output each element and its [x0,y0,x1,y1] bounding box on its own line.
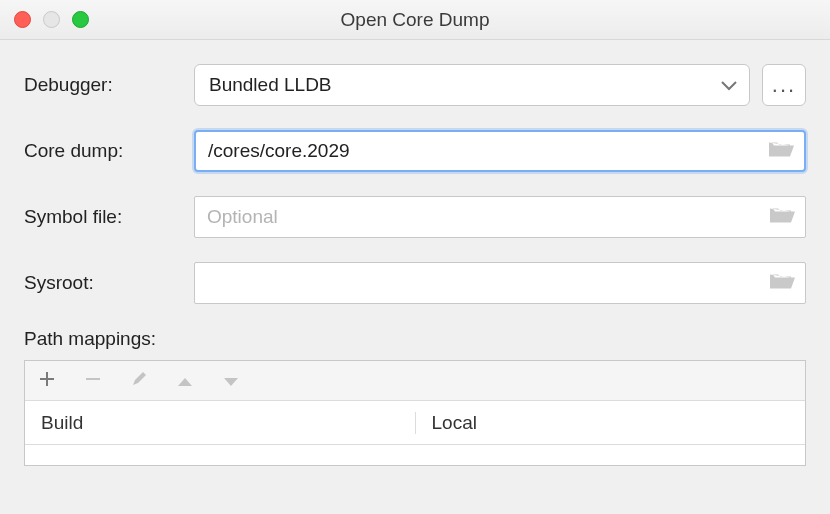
column-local[interactable]: Local [415,412,806,434]
triangle-down-icon [223,370,239,392]
column-build[interactable]: Build [25,412,415,434]
core-dump-value: /cores/core.2029 [208,140,792,162]
row-debugger: Debugger: Bundled LLDB ... [24,64,806,106]
debugger-select[interactable]: Bundled LLDB [194,64,750,106]
mappings-toolbar [25,361,805,401]
add-mapping-button[interactable] [35,369,59,393]
folder-open-icon[interactable] [768,139,794,164]
dialog-body: Debugger: Bundled LLDB ... Core dump: /c… [0,40,830,466]
pencil-icon [131,370,147,392]
path-mappings-panel: Build Local [24,360,806,466]
label-symbol-file: Symbol file: [24,206,194,228]
edit-mapping-button[interactable] [127,369,151,393]
folder-open-icon[interactable] [769,205,795,230]
remove-mapping-button[interactable] [81,369,105,393]
mappings-body [25,445,805,465]
label-path-mappings: Path mappings: [24,328,806,350]
row-core-dump: Core dump: /cores/core.2029 [24,130,806,172]
window-title: Open Core Dump [0,9,830,31]
debugger-more-button[interactable]: ... [762,64,806,106]
move-down-button[interactable] [219,369,243,393]
minus-icon [85,370,101,392]
sysroot-input[interactable] [194,262,806,304]
row-sysroot: Sysroot: [24,262,806,304]
titlebar: Open Core Dump [0,0,830,40]
move-up-button[interactable] [173,369,197,393]
ellipsis-icon: ... [772,72,796,98]
folder-open-icon[interactable] [769,271,795,296]
label-debugger: Debugger: [24,74,194,96]
plus-icon [39,370,55,392]
mappings-header: Build Local [25,401,805,445]
row-symbol-file: Symbol file: Optional [24,196,806,238]
label-sysroot: Sysroot: [24,272,194,294]
label-core-dump: Core dump: [24,140,194,162]
debugger-select-value: Bundled LLDB [209,74,332,96]
core-dump-input[interactable]: /cores/core.2029 [194,130,806,172]
chevron-down-icon [721,74,737,96]
symbol-file-placeholder: Optional [207,206,793,228]
triangle-up-icon [177,370,193,392]
symbol-file-input[interactable]: Optional [194,196,806,238]
